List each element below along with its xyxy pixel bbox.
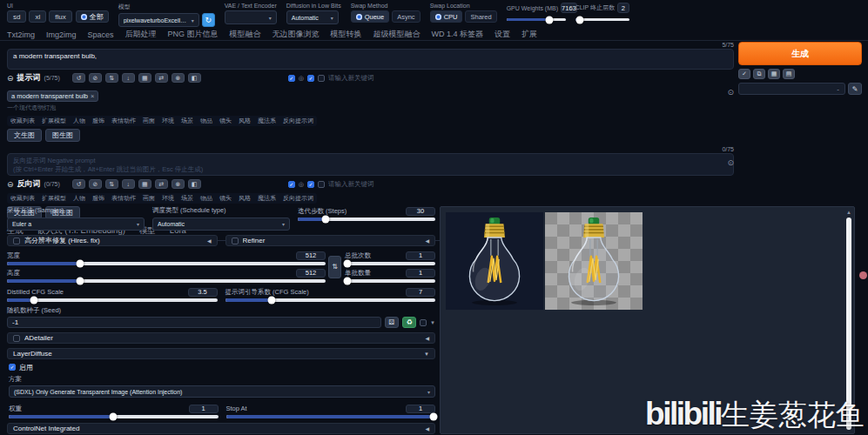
weight-slider[interactable] — [9, 415, 219, 418]
slider-handle[interactable] — [30, 297, 38, 304]
weight-value[interactable]: 1 — [189, 405, 219, 413]
adetailer-checkbox[interactable] — [13, 335, 20, 342]
new-keyword-input[interactable] — [328, 74, 398, 82]
category-tab[interactable]: 物品 — [197, 116, 216, 126]
scroll-up-icon[interactable]: ▲ — [846, 210, 851, 215]
category-tab[interactable]: 服饰 — [89, 193, 108, 204]
layerdiffuse-enable-checkbox[interactable] — [9, 364, 16, 371]
category-tab[interactable]: 风格 — [235, 116, 254, 126]
helper-tool-icon[interactable]: ⇄ — [155, 73, 168, 83]
category-tab[interactable]: 场景 — [178, 116, 197, 126]
category-tab[interactable]: 环境 — [158, 193, 178, 204]
width-value[interactable]: 512 — [296, 251, 326, 260]
prompt-input[interactable]: a modern transparent bulb, — [7, 49, 734, 70]
batch-size-slider[interactable] — [345, 279, 435, 283]
helper-tool-icon[interactable]: ◧ — [188, 179, 201, 189]
cfg-scale-slider[interactable] — [225, 298, 436, 302]
generate-tool-icon[interactable]: ✓ — [738, 69, 750, 79]
translate-toggle-checkbox[interactable] — [288, 181, 295, 188]
slider-handle[interactable] — [267, 297, 275, 304]
batch-count-value[interactable]: 1 — [406, 251, 435, 260]
category-tab[interactable]: 反向提示词 — [279, 193, 317, 204]
helper-tool-icon[interactable]: ◧ — [188, 73, 201, 83]
translate-settings-icon[interactable]: ◎ — [299, 75, 304, 82]
swap-method-queue-radio[interactable]: Queue — [351, 10, 390, 23]
hires-fix-checkbox[interactable] — [13, 238, 20, 244]
nav-tab[interactable]: 超级模型融合 — [373, 29, 421, 40]
adetailer-accordion[interactable]: ADetailer ◀ — [7, 332, 435, 344]
nav-tab[interactable]: Img2img — [46, 30, 77, 39]
category-tab[interactable]: 扩展模型 — [38, 116, 70, 126]
model-refresh-button[interactable]: ↻ — [202, 13, 215, 27]
helper-tool-icon[interactable]: ⊗ — [172, 179, 185, 189]
nav-tab[interactable]: PNG 图片信息 — [168, 29, 219, 40]
slider-handle[interactable] — [575, 16, 583, 23]
clip-skip-slider[interactable] — [575, 18, 629, 21]
slider-handle[interactable] — [545, 16, 553, 23]
height-slider[interactable] — [7, 279, 326, 283]
helper-tool-icon[interactable]: ↓ — [122, 73, 135, 83]
height-value[interactable]: 512 — [296, 269, 326, 278]
category-tab[interactable]: 场景 — [178, 193, 197, 204]
gpu-weights-slider[interactable] — [507, 18, 566, 21]
hires-fix-accordion[interactable]: 高分辨率修复 (Hires. fix) ◀ — [7, 235, 218, 246]
slider-handle[interactable] — [77, 278, 84, 285]
swap-location-cpu-radio[interactable]: CPU — [430, 10, 463, 23]
category-tab[interactable]: 镜头 — [216, 116, 235, 126]
translate-settings-icon[interactable]: ◎ — [299, 181, 304, 188]
cfg-scale-value[interactable]: 7 — [406, 288, 435, 297]
nav-tab[interactable]: 无边图像浏览 — [273, 29, 320, 40]
steps-slider[interactable] — [298, 218, 435, 221]
clip-skip-value[interactable]: 2 — [617, 3, 629, 13]
swap-method-async-radio[interactable]: Async — [392, 10, 420, 23]
swap-location-shared-radio[interactable]: Shared — [465, 10, 496, 23]
slider-handle[interactable] — [344, 260, 352, 268]
category-tab[interactable]: 表情动作 — [108, 193, 139, 204]
ui-filter-button[interactable]: sd — [7, 10, 26, 23]
helper-tool-icon[interactable]: ⊘ — [89, 179, 102, 189]
batch-count-slider[interactable] — [345, 262, 435, 265]
category-tab[interactable]: 魔法系 — [254, 193, 279, 204]
category-tab[interactable]: 风格 — [235, 193, 254, 204]
ui-filter-all-radio[interactable]: 全部 — [76, 10, 109, 23]
helper-tool-icon[interactable]: ▦ — [138, 73, 151, 83]
mode-tab[interactable]: 图生图 — [45, 129, 80, 142]
slider-handle[interactable] — [429, 413, 437, 421]
vae-dropdown[interactable]: ▾ — [225, 10, 277, 24]
helper-tool-icon[interactable]: ↺ — [72, 73, 85, 83]
slider-handle[interactable] — [77, 260, 84, 268]
refiner-checkbox[interactable] — [232, 238, 239, 244]
category-tab[interactable]: 魔法系 — [254, 116, 279, 126]
category-tab[interactable]: 画面 — [139, 116, 158, 126]
helper-tool-icon[interactable]: ⇄ — [155, 179, 168, 189]
collapse-minus-icon[interactable]: ⊖ — [7, 74, 14, 83]
sampler-dropdown[interactable]: Euler a ▾ — [7, 218, 145, 231]
category-tab[interactable]: 物品 — [197, 193, 216, 204]
nav-tab[interactable]: 模型融合 — [230, 29, 261, 40]
category-tab[interactable]: 收藏列表 — [7, 116, 38, 126]
category-tab[interactable]: 扩展模型 — [38, 193, 70, 204]
distilled-cfg-value[interactable]: 3.5 — [188, 288, 218, 297]
helper-tool-icon[interactable]: ▦ — [138, 179, 151, 189]
new-keyword-input[interactable] — [328, 180, 398, 188]
extra-seed-checkbox[interactable] — [420, 319, 427, 326]
nav-tab[interactable]: 后期处理 — [125, 29, 157, 40]
schedule-dropdown[interactable]: Automatic ▾ — [152, 218, 290, 231]
slider-handle[interactable] — [110, 413, 118, 421]
model-dropdown[interactable]: pixelwaveturboExcellent_03.safetensors ▾ — [118, 13, 199, 27]
stop-at-value[interactable]: 1 — [406, 405, 435, 413]
helper-tool-icon[interactable]: ⇅ — [105, 179, 118, 189]
styles-dropdown[interactable]: - — [738, 83, 845, 95]
generate-tool-icon[interactable]: ▦ — [768, 69, 780, 79]
generate-button[interactable]: 生成 — [738, 42, 862, 65]
width-slider[interactable] — [7, 262, 326, 265]
mode-tab[interactable]: 文生图 — [7, 129, 42, 142]
nav-tab[interactable]: 设置 — [495, 29, 510, 40]
random-seed-button[interactable]: ⚄ — [385, 317, 399, 328]
auto-toggle-checkbox[interactable] — [307, 181, 314, 188]
prompt-tag-chip[interactable]: a modern transparent bulb × — [7, 90, 98, 102]
category-tab[interactable]: 表情动作 — [108, 116, 139, 126]
extra-toggle-checkbox[interactable] — [318, 181, 325, 188]
slider-handle[interactable] — [344, 278, 352, 285]
category-tab[interactable]: 人物 — [70, 193, 89, 204]
